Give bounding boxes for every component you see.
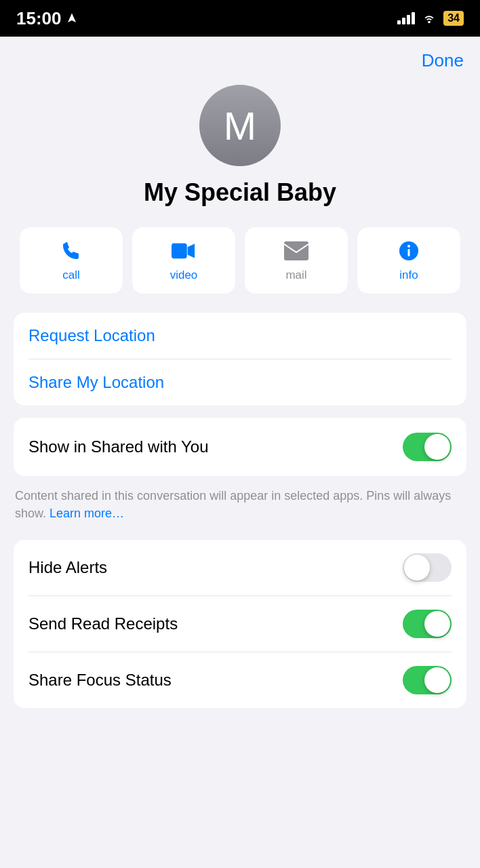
- contact-name: My Special Baby: [144, 178, 336, 207]
- battery-indicator: 34: [443, 11, 464, 26]
- send-read-receipts-thumb: [424, 611, 450, 637]
- mail-button[interactable]: mail: [245, 227, 348, 294]
- share-focus-status-label: Share Focus Status: [28, 671, 172, 690]
- request-location-row[interactable]: Request Location: [14, 313, 466, 359]
- info-icon: [397, 239, 421, 263]
- mail-icon: [284, 239, 308, 263]
- shared-with-you-toggle-card: Show in Shared with You: [14, 418, 466, 476]
- shared-caption: Content shared in this conversation will…: [0, 483, 480, 533]
- avatar: M: [199, 85, 281, 166]
- settings-card: Hide Alerts Send Read Receipts Share Foc…: [14, 540, 466, 708]
- learn-more-link[interactable]: Learn more…: [49, 507, 124, 520]
- status-bar: 15:00 34: [0, 0, 480, 37]
- info-button[interactable]: info: [357, 227, 460, 294]
- share-focus-status-row[interactable]: Share Focus Status: [14, 652, 466, 708]
- call-button[interactable]: call: [20, 227, 123, 294]
- send-read-receipts-label: Send Read Receipts: [28, 614, 178, 633]
- top-bar: Done: [0, 37, 480, 78]
- call-label: call: [62, 269, 80, 282]
- toggle-thumb: [424, 434, 450, 460]
- send-read-receipts-row[interactable]: Send Read Receipts: [14, 596, 466, 652]
- request-location-label: Request Location: [28, 326, 155, 345]
- share-location-label: Share My Location: [28, 373, 164, 392]
- avatar-section: M My Special Baby: [0, 78, 480, 227]
- hide-alerts-row[interactable]: Hide Alerts: [14, 540, 466, 595]
- status-icons: 34: [397, 11, 464, 26]
- hide-alerts-label: Hide Alerts: [28, 558, 107, 577]
- status-time: 15:00: [16, 8, 78, 29]
- location-arrow-icon: [66, 12, 78, 24]
- main-content: Done M My Special Baby call: [0, 37, 480, 868]
- svg-point-4: [407, 245, 410, 248]
- avatar-initial: M: [224, 103, 256, 149]
- svg-rect-0: [172, 243, 187, 259]
- shared-with-you-toggle[interactable]: [403, 433, 452, 461]
- svg-rect-3: [408, 249, 410, 256]
- signal-icon: [397, 12, 415, 24]
- share-focus-status-thumb: [424, 667, 450, 693]
- done-button[interactable]: Done: [422, 50, 464, 71]
- video-button[interactable]: video: [132, 227, 235, 294]
- hide-alerts-thumb: [404, 555, 430, 580]
- action-buttons-row: call video mail: [0, 227, 480, 313]
- send-read-receipts-toggle[interactable]: [403, 610, 452, 638]
- wifi-icon: [422, 13, 437, 24]
- phone-icon: [59, 239, 83, 263]
- share-location-row[interactable]: Share My Location: [14, 359, 466, 406]
- hide-alerts-toggle[interactable]: [403, 553, 452, 582]
- shared-with-you-label: Show in Shared with You: [28, 437, 209, 456]
- video-label: video: [170, 269, 198, 282]
- video-icon: [172, 239, 196, 263]
- mail-label: mail: [285, 269, 306, 282]
- share-focus-status-toggle[interactable]: [403, 666, 452, 694]
- info-label: info: [399, 269, 418, 282]
- location-card: Request Location Share My Location: [14, 313, 466, 406]
